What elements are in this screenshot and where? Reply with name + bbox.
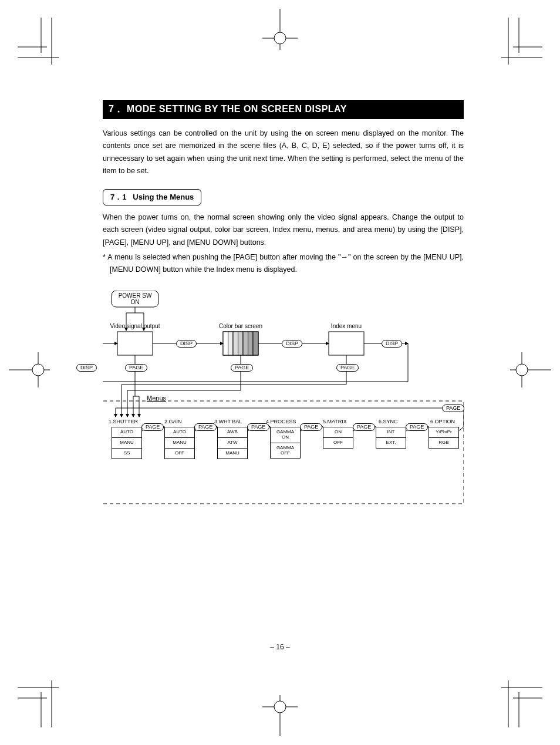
crop-mark-tr bbox=[490, 18, 542, 70]
page-pill: PAGE bbox=[442, 404, 464, 412]
section-header: 7． MODE SETTING BY THE ON SCREEN DISPLAY bbox=[103, 100, 464, 119]
screen-label-3: Index menu bbox=[314, 323, 379, 329]
svg-rect-42 bbox=[329, 332, 364, 355]
page-pill: PAGE bbox=[336, 364, 359, 372]
intro-paragraph: Various settings can be controlled on th… bbox=[103, 127, 464, 177]
page-pill: PAGE bbox=[231, 364, 253, 372]
svg-rect-36 bbox=[228, 332, 234, 355]
disp-pill: DISP bbox=[176, 340, 197, 348]
registration-right bbox=[510, 352, 551, 387]
page-pill: PAGE bbox=[125, 364, 147, 372]
svg-rect-41 bbox=[253, 332, 258, 355]
menus-label: Menus bbox=[147, 395, 166, 402]
menu-box: AUTOMANUSS bbox=[112, 427, 142, 459]
svg-rect-39 bbox=[243, 332, 248, 355]
svg-point-27 bbox=[274, 701, 286, 713]
menu-box: INTEXT. bbox=[376, 427, 406, 449]
menu-box: AUTOMANUOFF bbox=[164, 427, 195, 459]
section-number: 7． bbox=[109, 104, 124, 114]
page-pill: PAGE bbox=[141, 423, 164, 431]
subsection-number: 7．1 bbox=[110, 193, 126, 201]
svg-rect-33 bbox=[117, 332, 153, 355]
disp-pill: DISP bbox=[282, 340, 302, 348]
menu-box: AWBATWMANU bbox=[217, 427, 248, 459]
section-title: MODE SETTING BY THE ON SCREEN DISPLAY bbox=[127, 104, 347, 114]
menu-title: 1.SHUTTER bbox=[109, 419, 138, 424]
menu-box: Y/Pb/PrRGB bbox=[429, 427, 459, 449]
disp-pill: DISP bbox=[76, 364, 97, 372]
disp-pill: DISP bbox=[382, 340, 402, 348]
registration-left bbox=[9, 352, 50, 387]
menu-title: 2.GAIN bbox=[164, 419, 182, 424]
svg-rect-38 bbox=[238, 332, 244, 355]
subsection-note: * A menu is selected when pushing the [P… bbox=[103, 251, 464, 277]
svg-rect-35 bbox=[223, 332, 228, 355]
subsection-paragraph: When the power turns on, the normal scre… bbox=[103, 211, 464, 249]
page-pill: PAGE bbox=[353, 423, 375, 431]
power-label: POWER SW ON bbox=[112, 292, 158, 305]
svg-rect-37 bbox=[233, 332, 238, 355]
screen-label-1: Video signal output bbox=[103, 323, 167, 329]
flow-diagram: POWER SW ON Video signal output Color ba… bbox=[103, 291, 464, 508]
svg-point-24 bbox=[516, 364, 528, 376]
svg-point-21 bbox=[32, 364, 44, 376]
registration-top bbox=[262, 9, 298, 50]
menu-title: 4.PROCESS bbox=[266, 419, 296, 424]
page-number: – 16 – bbox=[0, 643, 560, 651]
page-pill: PAGE bbox=[194, 423, 217, 431]
page-pill: PAGE bbox=[300, 423, 322, 431]
menu-title: 3.WHT BAL bbox=[214, 419, 242, 424]
crop-mark-tl bbox=[18, 18, 70, 70]
menu-box: ONOFF bbox=[323, 427, 353, 449]
menu-title: 5.MATRIX bbox=[323, 419, 347, 424]
svg-rect-40 bbox=[248, 332, 254, 355]
page-pill: PAGE bbox=[247, 423, 269, 431]
subsection-title: Using the Menus bbox=[133, 193, 194, 201]
menu-title: 6.SYNC bbox=[379, 419, 398, 424]
screen-label-2: Color bar screen bbox=[208, 323, 273, 329]
registration-bottom bbox=[262, 695, 298, 736]
page-pill: PAGE bbox=[406, 423, 428, 431]
crop-mark-br bbox=[490, 675, 542, 727]
menu-box: GAMMA ONGAMMA OFF bbox=[270, 427, 301, 459]
menu-title: 6.OPTION bbox=[430, 419, 455, 424]
subsection-header: 7．1 Using the Menus bbox=[103, 189, 201, 205]
svg-point-18 bbox=[274, 32, 286, 44]
crop-mark-bl bbox=[18, 675, 70, 727]
